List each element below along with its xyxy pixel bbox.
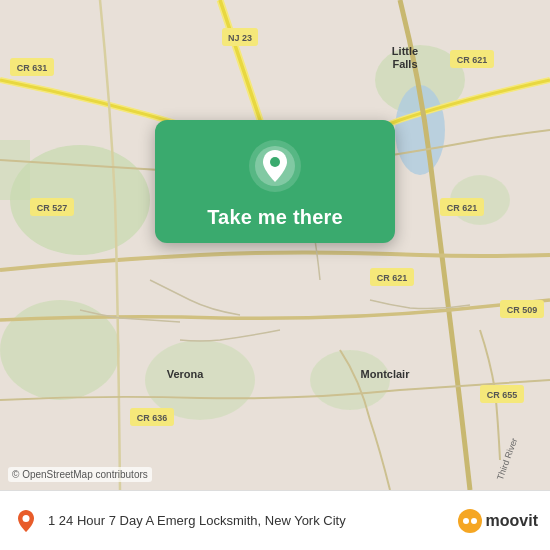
location-label: 1 24 Hour 7 Day A Emerg Locksmith, New Y… [48,513,458,528]
svg-text:CR 509: CR 509 [507,305,538,315]
moovit-label: moovit [486,512,538,530]
svg-text:CR 527: CR 527 [37,203,68,213]
take-me-there-button[interactable]: Take me there [207,206,343,229]
bottom-location-icon [12,507,40,535]
map-container: CR 631 NJ 23 CR 621 CR 527 NL 23 CR 621 … [0,0,550,490]
svg-rect-7 [0,140,30,200]
svg-text:Verona: Verona [167,368,205,380]
location-pin-icon [249,140,301,192]
svg-point-39 [463,518,469,524]
svg-text:CR 621: CR 621 [377,273,408,283]
svg-point-40 [471,518,477,524]
svg-text:NJ 23: NJ 23 [228,33,252,43]
svg-text:Little: Little [392,45,418,57]
svg-point-38 [458,509,482,533]
svg-text:Montclair: Montclair [361,368,411,380]
moovit-icon [458,509,482,533]
svg-text:CR 621: CR 621 [447,203,478,213]
svg-point-36 [270,157,280,167]
svg-text:CR 636: CR 636 [137,413,168,423]
svg-text:CR 655: CR 655 [487,390,518,400]
moovit-logo: moovit [458,509,538,533]
map-attribution: © OpenStreetMap contributors [8,467,152,482]
svg-point-6 [310,350,390,410]
svg-text:CR 631: CR 631 [17,63,48,73]
svg-point-37 [23,515,30,522]
svg-text:Falls: Falls [392,58,417,70]
overlay-card: Take me there [155,120,395,243]
svg-text:CR 621: CR 621 [457,55,488,65]
bottom-bar: 1 24 Hour 7 Day A Emerg Locksmith, New Y… [0,490,550,550]
